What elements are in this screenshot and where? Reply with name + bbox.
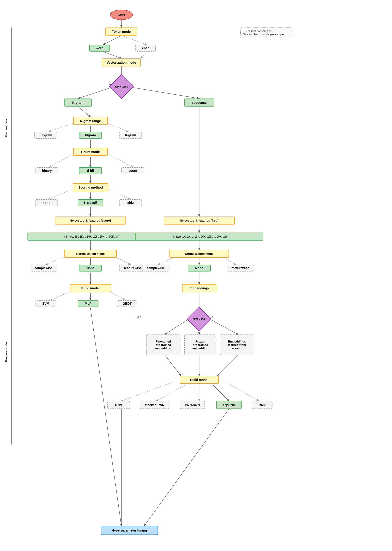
none-left-node: None bbox=[79, 265, 102, 271]
select-topk-freq-node: Select top_k features [freq] bbox=[164, 217, 235, 225]
sw15k-diamond: S/W < 15K bbox=[187, 307, 211, 331]
svg-line-3 bbox=[103, 51, 121, 58]
tfidf-node: tf-idf bbox=[79, 167, 102, 174]
none-right-node: None bbox=[188, 265, 211, 271]
svg-line-4 bbox=[141, 51, 147, 58]
sequence-node: sequence bbox=[184, 99, 214, 106]
svg-line-46 bbox=[156, 385, 185, 401]
f-classif-node: f_classif bbox=[78, 199, 103, 206]
start-node: Start bbox=[110, 10, 133, 20]
ngram-range-node: N-gram range bbox=[73, 117, 108, 125]
svg-line-2 bbox=[121, 35, 147, 45]
topk-values-right-node: min(top, 1K, 2K,... 15K, 20K, 25K, ... 9… bbox=[135, 233, 263, 240]
svg-line-37 bbox=[91, 308, 121, 526]
featurewise-right-node: featurewise bbox=[227, 265, 254, 271]
ngram-node: N-gram bbox=[64, 99, 91, 106]
legend-line1: S - Number of samples bbox=[243, 29, 290, 33]
build-model-right-node: Build model bbox=[180, 376, 219, 384]
svg-line-6 bbox=[78, 87, 113, 99]
stacked-rnn-node: stacked RNN bbox=[140, 401, 169, 409]
svg-line-7 bbox=[130, 87, 199, 99]
svg-line-17 bbox=[48, 188, 76, 199]
fine-tuned-node: Fine-tuned pre-trained embedding bbox=[146, 334, 180, 355]
trigram-node: trigram bbox=[119, 132, 142, 139]
char-node: char bbox=[135, 45, 156, 51]
samplewise-left-node: samplewise bbox=[30, 265, 57, 271]
rnn-node: RNN bbox=[107, 401, 130, 409]
build-model-left-node: Build model bbox=[70, 284, 111, 292]
prepare-data-label: Prepare data bbox=[5, 119, 8, 137]
arrows-svg: Yes No Yes No bbox=[0, 0, 392, 551]
chi2-node: chi2 bbox=[119, 199, 142, 206]
svg-line-39 bbox=[165, 320, 188, 334]
norm-mode-left-node: Normalization mode bbox=[64, 250, 117, 258]
legend: S - Number of samples W - Number of word… bbox=[240, 28, 293, 38]
embeddings-node: Embeddings bbox=[182, 284, 216, 292]
svg-line-8 bbox=[78, 106, 91, 117]
count-mode-node: Count mode bbox=[73, 148, 108, 156]
svg-line-1 bbox=[103, 35, 121, 45]
cnn-node: CNN bbox=[252, 401, 273, 409]
sepcnn-node: sepCNN bbox=[216, 401, 242, 409]
mlp-node: MLP bbox=[78, 300, 98, 307]
none-score-node: none bbox=[35, 199, 58, 206]
svm-node: SVM bbox=[35, 300, 56, 307]
legend-line2: W - Number of words per sample bbox=[243, 33, 290, 36]
svg-line-48 bbox=[213, 385, 229, 401]
prepare-model-brace bbox=[11, 284, 12, 445]
svg-line-13 bbox=[49, 152, 76, 167]
svg-line-45 bbox=[121, 383, 172, 401]
norm-mode-right-node: Normalization mode bbox=[169, 250, 229, 258]
svg-line-43 bbox=[165, 355, 181, 376]
unigram-node: unigram bbox=[34, 132, 57, 139]
scratch-node: Embeddings learned from scratch bbox=[220, 334, 254, 355]
sw1500-diamond: S/W < 1500 bbox=[109, 74, 133, 99]
frozen-node: Frozen pre-trained embedding bbox=[184, 334, 216, 355]
svg-text:Yes: Yes bbox=[136, 316, 141, 319]
cnn-rnn-node: CNN-RNN bbox=[180, 401, 205, 409]
word-node: word bbox=[89, 45, 110, 51]
token-mode-node: Token mode bbox=[105, 28, 137, 35]
hyperparameter-node: Hyperparameter tuning bbox=[101, 526, 158, 535]
prepare-model-label: Prepare model bbox=[5, 341, 8, 362]
svg-line-15 bbox=[105, 152, 133, 167]
svg-line-49 bbox=[227, 383, 259, 401]
gbdt-node: GBDT bbox=[117, 300, 137, 307]
vectorization-mode-node: Vectorization mode bbox=[102, 58, 141, 66]
svg-line-41 bbox=[211, 320, 238, 334]
binary-node: binary bbox=[35, 167, 58, 174]
count-node: count bbox=[121, 167, 144, 174]
select-topk-score-node: Select top_k features [score] bbox=[55, 217, 126, 225]
svg-line-50 bbox=[144, 409, 229, 526]
scoring-method-node: Scoring method bbox=[73, 183, 108, 191]
diagram-container: Yes No Yes No S - Number of samples W - … bbox=[0, 0, 392, 551]
bigram-node: bigram bbox=[79, 132, 102, 139]
svg-line-44 bbox=[217, 355, 238, 376]
prepare-data-brace bbox=[11, 28, 12, 291]
samplewise-right-node: samplewise bbox=[142, 265, 169, 271]
svg-line-19 bbox=[105, 188, 131, 199]
